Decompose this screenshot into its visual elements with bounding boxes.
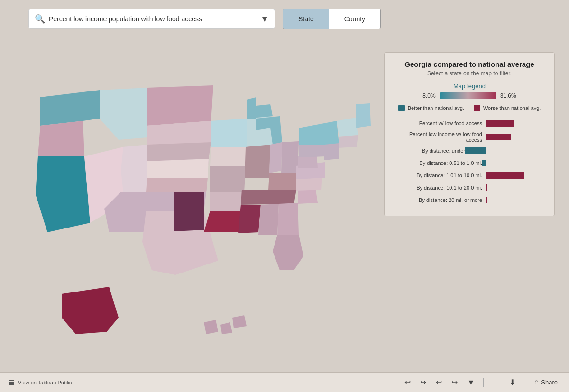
back-button[interactable]: ↩ xyxy=(433,376,445,389)
undo-button[interactable]: ↩ xyxy=(402,376,413,389)
state-hi-3[interactable] xyxy=(232,315,247,328)
state-mn[interactable] xyxy=(211,119,247,147)
state-al[interactable] xyxy=(258,204,279,235)
state-ne[interactable] xyxy=(147,159,209,178)
dropdown-button[interactable]: ▼ xyxy=(464,376,477,389)
panel-title: Georgia compared to national average xyxy=(392,60,547,68)
chart-bar-wrap-2 xyxy=(486,133,547,141)
state-ct-ri-ma[interactable] xyxy=(338,135,358,148)
state-vt-nh[interactable] xyxy=(337,118,358,137)
svg-rect-6 xyxy=(9,383,10,385)
state-ks[interactable] xyxy=(146,178,208,192)
state-hi-2[interactable] xyxy=(220,322,232,334)
state-ut[interactable] xyxy=(121,145,147,192)
state-mt[interactable] xyxy=(147,85,213,126)
tableau-logo[interactable]: View on Tableau Public xyxy=(8,379,72,386)
chart-bar-wrap-6 xyxy=(486,183,547,192)
svg-rect-0 xyxy=(9,380,10,381)
state-oh[interactable] xyxy=(281,141,299,173)
state-wa[interactable] xyxy=(40,90,100,126)
state-ca[interactable] xyxy=(36,156,90,232)
tab-county[interactable]: County xyxy=(329,9,380,29)
chart-bar-wrap-3 xyxy=(486,146,547,155)
toolbar-divider xyxy=(483,378,484,387)
chart-bar-wrap-5 xyxy=(486,171,547,180)
chart-label-5: By distance: 1.01 to 10.0 mi. xyxy=(392,173,482,178)
state-ny[interactable] xyxy=(299,121,339,145)
state-la[interactable] xyxy=(204,211,242,232)
state-me[interactable] xyxy=(356,103,371,128)
svg-rect-5 xyxy=(12,382,14,383)
state-sd[interactable] xyxy=(147,142,211,161)
chart-rows-container: Percent w/ low food access Percent low i… xyxy=(392,119,547,204)
svg-rect-7 xyxy=(10,383,12,385)
state-ar[interactable] xyxy=(210,192,244,211)
search-text: Percent low income population with low f… xyxy=(49,15,257,23)
state-fl[interactable] xyxy=(273,235,303,270)
tableau-label: View on Tableau Public xyxy=(18,380,72,385)
panel-subtitle: Select a state on the map to filter. xyxy=(392,70,547,77)
state-mn-protrusion xyxy=(247,97,256,119)
state-ia[interactable] xyxy=(210,147,247,166)
search-box[interactable]: 🔍 Percent low income population with low… xyxy=(28,9,275,29)
legend-title: Map legend xyxy=(392,82,547,90)
map-area xyxy=(14,43,375,337)
chart-label-2: Percent low income w/ low food access xyxy=(392,131,482,143)
forward-button[interactable]: ↪ xyxy=(449,376,460,389)
search-icon: 🔍 xyxy=(35,14,45,24)
state-in[interactable] xyxy=(269,142,282,173)
svg-rect-3 xyxy=(9,382,10,383)
share-label: Share xyxy=(541,379,558,386)
chart-bar-4 xyxy=(482,160,486,166)
legend-max-label: 31.6% xyxy=(500,92,516,99)
dropdown-arrow-icon: ▼ xyxy=(260,14,269,24)
share-button[interactable]: ⇧ Share xyxy=(530,377,561,388)
state-nm-dark[interactable] xyxy=(174,192,204,231)
better-swatch xyxy=(398,105,405,111)
share-icon: ⇧ xyxy=(534,379,539,386)
chart-bar-7 xyxy=(486,197,487,203)
chart-bar-3 xyxy=(465,147,486,154)
state-mo[interactable] xyxy=(210,166,246,192)
state-ms[interactable] xyxy=(238,205,261,233)
state-hi-1[interactable] xyxy=(204,320,218,334)
state-ak[interactable] xyxy=(62,287,119,334)
state-il[interactable] xyxy=(245,145,270,178)
chart-bar-2 xyxy=(486,134,511,140)
chart-label-4: By distance: 0.51 to 1.0 mi. xyxy=(392,160,482,166)
chart-row-3: By distance: under 0.5 mi. xyxy=(392,146,547,155)
header-bar: 🔍 Percent low income population with low… xyxy=(28,9,381,29)
state-ky[interactable] xyxy=(268,173,298,190)
state-id[interactable] xyxy=(100,88,147,140)
chart-label-1: Percent w/ low food access xyxy=(392,120,482,126)
chart-bar-5 xyxy=(486,172,524,179)
state-ga[interactable] xyxy=(277,203,299,236)
chart-bar-wrap-4 xyxy=(486,159,547,167)
chart-bar-wrap-7 xyxy=(486,196,547,204)
legend-gradient xyxy=(440,92,496,99)
state-nj-de-md[interactable] xyxy=(324,143,339,160)
bottom-bar: View on Tableau Public ↩ ↪ ↩ ↪ ▼ ⛶ ⬇ ⇧ S… xyxy=(0,372,569,392)
chart-row-5: By distance: 1.01 to 10.0 mi. xyxy=(392,171,547,180)
chart-row-7: By distance: 20 mi. or more xyxy=(392,196,547,204)
us-map-svg[interactable] xyxy=(14,43,375,337)
state-or[interactable] xyxy=(38,121,84,156)
chart-bar-wrap-1 xyxy=(486,119,547,128)
legend-item-better: Better than national avg. xyxy=(398,105,464,111)
svg-rect-8 xyxy=(12,383,14,385)
redo-button[interactable]: ↪ xyxy=(417,376,429,389)
legend-min-label: 8.0% xyxy=(422,92,435,99)
chart-row-4: By distance: 0.51 to 1.0 mi. xyxy=(392,159,547,167)
state-tn[interactable] xyxy=(241,190,296,205)
legend-better-label: Better than national avg. xyxy=(408,105,464,111)
download-button[interactable]: ⬇ xyxy=(506,376,518,389)
legend-items: Better than national avg. Worse than nat… xyxy=(392,105,547,111)
chart-bar-6 xyxy=(486,184,487,191)
legend-gradient-row: 8.0% 31.6% xyxy=(392,92,547,99)
svg-rect-2 xyxy=(12,380,14,381)
chart-label-6: By distance: 10.1 to 20.0 mi. xyxy=(392,185,482,191)
chart-bar-1 xyxy=(486,120,514,127)
tab-state[interactable]: State xyxy=(283,9,329,29)
chart-row-2: Percent low income w/ low food access xyxy=(392,131,547,143)
fullscreen-button[interactable]: ⛶ xyxy=(489,376,503,389)
